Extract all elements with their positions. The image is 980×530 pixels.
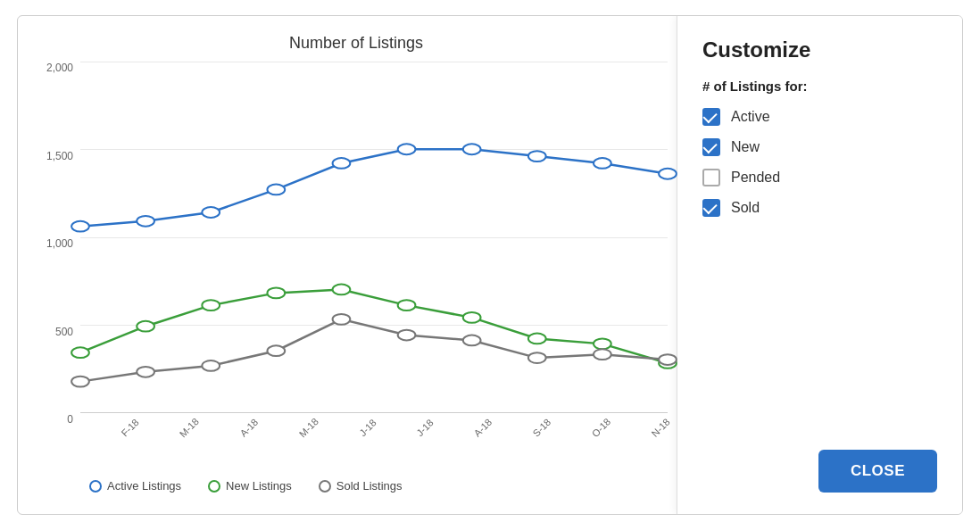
legend-label: Active Listings [107,479,181,493]
sold-dot-1 [137,367,154,377]
x-axis-label: O-18 [590,416,626,451]
active-dot-5 [398,144,416,154]
checkbox-label: Sold [731,200,760,216]
checkbox-box[interactable] [702,138,720,156]
x-axis-label: M-18 [178,416,213,451]
checkbox-item[interactable]: Active [702,108,937,126]
customize-subtitle: # of Listings for: [702,79,937,94]
legend-item: New Listings [208,479,292,493]
checkbox-list: ActiveNewPendedSold [702,108,937,217]
new-dot-5 [398,300,416,311]
active-dot-8 [594,158,611,169]
new-dot-6 [463,312,481,323]
active-dot-4 [333,158,351,169]
checkbox-label: Active [731,109,770,125]
sold-dot-3 [267,345,285,356]
sold-dot-5 [398,330,416,341]
active-dot-6 [463,144,481,154]
x-axis-label: S-18 [530,417,565,451]
legend-label: Sold Listings [336,479,403,493]
checkbox-box[interactable] [702,169,720,186]
line-chart-svg [80,62,668,412]
x-axis: F-18M-18A-18M-18J-18J-18A-18S-18O-18N-18 [80,417,668,452]
new-dot-7 [528,334,546,344]
checkbox-item[interactable]: New [702,138,937,156]
checkbox-box[interactable] [702,199,720,217]
x-axis-label: A-18 [237,417,272,451]
sold-dot-8 [594,349,611,360]
checkbox-label: New [731,139,760,155]
sold-dot-7 [528,352,546,363]
sold-dot-0 [71,377,89,387]
legend: Active ListingsNew ListingsSold Listings [45,479,668,496]
new-dot-1 [137,321,154,332]
active-dot-0 [71,221,89,232]
chart-title: Number of Listings [45,34,668,53]
sold-line [80,319,668,382]
y-axis-label: 1,000 [46,237,73,250]
new-dot-2 [202,300,220,311]
y-axis-label: 0 [67,413,73,426]
checkbox-label: Pended [731,170,780,186]
legend-item: Active Listings [89,479,181,493]
sold-dot-4 [333,314,351,325]
x-axis-label: J-18 [414,417,448,451]
new-dot-0 [71,347,89,358]
new-dot-8 [594,338,611,349]
x-axis-label: A-18 [471,417,506,451]
sold-dot-9 [659,354,677,365]
chart-area: Number of Listings 2,0001,5001,0005000 F… [18,16,677,514]
new-dot-3 [267,287,285,298]
x-axis-label: F-18 [119,417,154,451]
y-axis-label: 1,500 [46,150,73,162]
active-dot-7 [528,151,546,161]
x-axis-label: M-18 [297,416,333,451]
legend-dot [89,480,102,493]
active-line [80,149,668,226]
active-dot-1 [137,216,154,227]
legend-dot [319,480,331,493]
y-axis: 2,0001,5001,0005000 [45,62,80,452]
active-dot-2 [202,207,220,218]
customize-title: Customize [702,37,937,62]
checkbox-box[interactable] [702,108,720,126]
y-axis-label: 500 [55,326,73,338]
active-dot-9 [659,169,677,179]
legend-label: New Listings [226,479,292,493]
checkbox-item[interactable]: Pended [702,169,937,186]
main-container: Number of Listings 2,0001,5001,0005000 F… [17,15,963,515]
sold-dot-2 [202,360,220,371]
chart-inner [80,62,668,413]
new-dot-4 [333,285,351,295]
legend-item: Sold Listings [319,479,403,493]
chart-body: 2,0001,5001,0005000 F-18M-18A-18M-18J-18… [45,62,668,452]
customize-panel: Customize # of Listings for: ActiveNewPe… [677,16,962,514]
checkbox-item[interactable]: Sold [702,199,937,217]
sold-dot-6 [463,335,481,346]
active-dot-3 [267,185,285,195]
y-axis-label: 2,000 [46,62,73,74]
close-button[interactable]: CLOSE [818,450,937,493]
legend-dot [208,480,220,493]
x-axis-label: J-18 [357,417,391,451]
